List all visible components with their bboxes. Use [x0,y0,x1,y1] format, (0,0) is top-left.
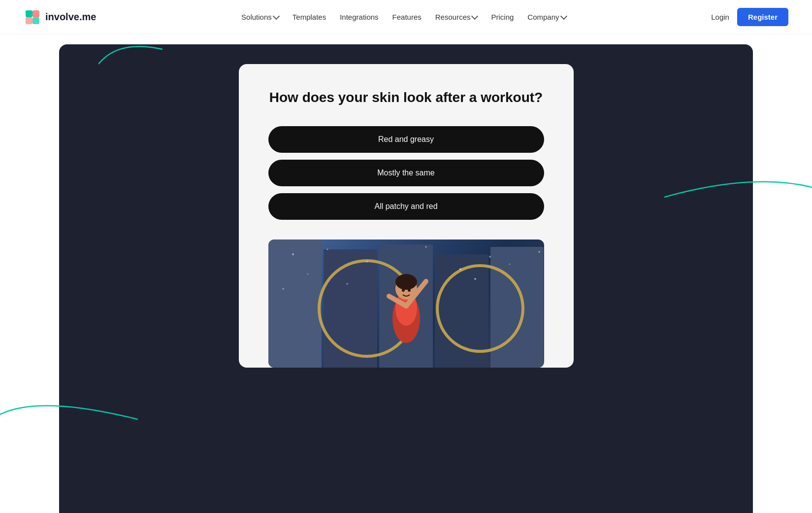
navbar: involve.me Solutions Templates Integrati… [0,0,812,34]
person-figure [362,259,451,368]
main-content: How does your skin look after a workout?… [0,34,812,513]
logo-icon [24,8,41,26]
svg-point-19 [459,268,461,270]
svg-rect-0 [26,10,32,17]
quiz-option-2[interactable]: Mostly the same [268,160,544,186]
quiz-option-1[interactable]: Red and greasy [268,126,544,153]
svg-rect-2 [26,17,32,24]
svg-point-22 [282,288,284,290]
chevron-down-icon [471,13,478,20]
logo-area: involve.me [24,8,96,26]
nav-company[interactable]: Company [527,13,566,21]
svg-point-7 [395,274,417,290]
svg-point-17 [538,251,540,253]
quiz-card: How does your skin look after a workout?… [239,64,574,368]
svg-point-25 [474,278,476,280]
svg-point-15 [425,246,426,248]
nav-features[interactable]: Features [392,13,422,21]
svg-point-20 [509,264,510,265]
svg-point-18 [307,274,308,275]
quiz-option-3[interactable]: All patchy and red [268,193,544,220]
login-button[interactable]: Login [711,13,729,21]
nav-right: Login Register [711,8,788,26]
svg-rect-3 [32,17,39,24]
register-button[interactable]: Register [737,8,788,26]
svg-rect-1 [32,10,39,17]
nav-resources[interactable]: Resources [435,13,478,21]
nav-integrations[interactable]: Integrations [340,13,378,21]
quiz-image-inner [268,239,544,368]
chevron-down-icon [273,13,280,20]
nav-center: Solutions Templates Integrations Feature… [241,13,566,21]
quiz-image [268,239,544,368]
nav-pricing[interactable]: Pricing [491,13,514,21]
svg-point-16 [489,256,491,258]
svg-point-13 [326,249,328,250]
chevron-down-icon [560,13,567,20]
nav-templates[interactable]: Templates [292,13,326,21]
logo-text: involve.me [45,11,96,23]
nav-solutions[interactable]: Solutions [241,13,279,21]
svg-point-23 [346,283,348,285]
svg-point-12 [292,253,294,255]
quiz-question: How does your skin look after a workout? [268,89,544,106]
quiz-options: Red and greasy Mostly the same All patch… [268,126,544,220]
svg-point-10 [402,289,405,292]
svg-point-11 [408,289,411,292]
